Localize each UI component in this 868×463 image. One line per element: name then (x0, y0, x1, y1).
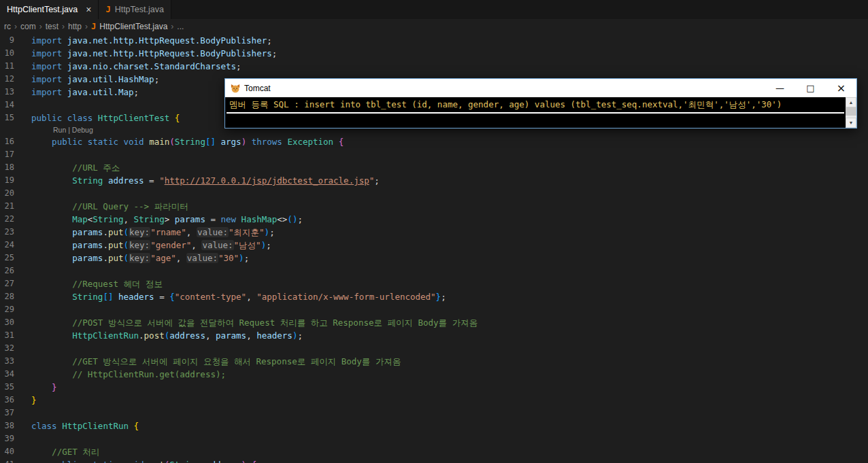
line-number[interactable]: 23 (0, 226, 31, 239)
close-icon[interactable]: × (826, 79, 856, 97)
code-text[interactable]: HttpClientRun.post(address, params, head… (31, 329, 303, 342)
code-line: 29 (0, 303, 868, 316)
breadcrumb-item-test[interactable]: test (46, 22, 59, 31)
code-text[interactable]: public static void get(String address) { (31, 458, 256, 463)
code-line: 30 //POST 방식으로 서버에 값을 전달하여 Request 처리를 하… (0, 316, 868, 329)
line-number[interactable]: 28 (0, 290, 31, 303)
scrollbar-thumb[interactable] (846, 107, 856, 116)
line-number[interactable]: 29 (0, 303, 31, 316)
line-number[interactable]: 34 (0, 368, 31, 381)
code-text[interactable]: //Request 헤더 정보 (31, 277, 163, 290)
tomcat-console-body[interactable]: 멤버 등록 SQL : insert into tbl_test (id, na… (225, 97, 856, 128)
tab-close-icon[interactable]: × (86, 5, 91, 14)
line-number[interactable]: 12 (0, 73, 31, 86)
code-text[interactable]: params.put(key:"age", value:"30"); (31, 252, 249, 264)
tab-httpclienttest-java[interactable]: HttpClientTest.java× (0, 0, 99, 19)
line-number[interactable]: 16 (0, 135, 31, 148)
line-number[interactable]: 37 (0, 407, 31, 419)
line-number[interactable]: 17 (0, 148, 31, 161)
code-text[interactable]: params.put(key:"rname", value:"최지훈"); (31, 226, 275, 239)
code-text[interactable]: Map<String, String> params = new HashMap… (31, 213, 303, 226)
code-text[interactable]: //POST 방식으로 서버에 값을 전달하여 Request 처리를 하고 R… (31, 316, 478, 329)
line-number[interactable]: 38 (0, 419, 31, 432)
code-text[interactable]: //URL 주소 (31, 161, 120, 174)
code-text[interactable]: //GET 처리 (31, 445, 99, 458)
line-number[interactable]: 13 (0, 86, 31, 99)
code-text[interactable]: public static void main(String[] args) t… (31, 135, 344, 148)
code-line: 37 (0, 407, 868, 419)
code-line: 18 //URL 주소 (0, 161, 868, 174)
maximize-icon[interactable]: □ (795, 79, 826, 97)
code-line: 40 //GET 처리 (0, 445, 868, 458)
code-line: 21 //URL Query --> 파라미터 (0, 200, 868, 213)
breadcrumb-item-rc[interactable]: rc (4, 22, 11, 31)
line-number[interactable]: 41 (0, 458, 31, 463)
code-text[interactable]: import java.net.http.HttpRequest.BodyPub… (31, 34, 272, 47)
line-number[interactable]: 35 (0, 381, 31, 394)
code-line: 16 public static void main(String[] args… (0, 135, 868, 148)
code-line: 19 String address = "http://127.0.0.1/js… (0, 174, 868, 187)
code-text[interactable]: // HttpClientRun.get(address); (31, 368, 226, 381)
line-number[interactable]: 14 (0, 99, 31, 112)
code-text[interactable]: } (31, 381, 57, 394)
code-line: 11import java.nio.charset.StandardCharse… (0, 60, 868, 73)
breadcrumb-item-http[interactable]: http (68, 22, 82, 31)
line-number[interactable]: 15 (0, 112, 31, 124)
line-number[interactable]: 30 (0, 316, 31, 329)
tomcat-console-window: Tomcat — □ × 멤버 등록 SQL : insert into tbl… (224, 78, 857, 128)
breadcrumb: rc›com›test›http›JHttpClientTest.java›..… (0, 19, 868, 34)
code-line: 25 params.put(key:"age", value:"30"); (0, 252, 868, 264)
line-number[interactable]: 11 (0, 60, 31, 73)
code-line: 10import java.net.http.HttpRequest.BodyP… (0, 47, 868, 60)
code-text[interactable]: import java.util.Map; (31, 86, 139, 99)
line-number[interactable]: 19 (0, 174, 31, 187)
line-number[interactable]: 33 (0, 355, 31, 368)
line-number[interactable]: 21 (0, 200, 31, 213)
line-number[interactable]: 27 (0, 277, 31, 290)
code-text[interactable]: import java.util.HashMap; (31, 73, 159, 86)
line-number[interactable]: 25 (0, 252, 31, 264)
line-number[interactable]: 24 (0, 239, 31, 252)
line-number[interactable]: 39 (0, 432, 31, 445)
line-number[interactable]: 9 (0, 34, 31, 47)
codelens-run-debug[interactable]: Run | Debug (53, 124, 93, 135)
line-number[interactable]: 32 (0, 342, 31, 355)
code-line: 23 params.put(key:"rname", value:"최지훈"); (0, 226, 868, 239)
line-number[interactable]: 10 (0, 47, 31, 60)
line-number[interactable]: 40 (0, 445, 31, 458)
code-text[interactable]: import java.net.http.HttpRequest.BodyPub… (31, 47, 277, 60)
code-text[interactable]: } (31, 394, 37, 407)
console-scrollbar[interactable]: ▲ ▼ (846, 97, 856, 128)
code-text[interactable]: import java.nio.charset.StandardCharsets… (31, 60, 241, 73)
code-text[interactable]: params.put(key:"gender", value:"남성"); (31, 239, 271, 252)
code-text[interactable]: String[] headers = {"content-type", "app… (31, 290, 446, 303)
console-output[interactable]: 멤버 등록 SQL : insert into tbl_test (id, na… (229, 99, 843, 111)
chevron-right-icon: › (39, 22, 42, 31)
code-text[interactable]: class HttpClientRun { (31, 419, 139, 432)
code-line: 26 (0, 264, 868, 277)
tab-httptest-java[interactable]: JHttpTest.java (99, 0, 171, 19)
gutter-spacer (0, 124, 31, 135)
code-line: 31 HttpClientRun.post(address, params, h… (0, 329, 868, 342)
scroll-down-icon[interactable]: ▼ (846, 118, 856, 128)
java-file-icon: J (91, 22, 96, 31)
breadcrumb-overflow[interactable]: ... (177, 22, 184, 31)
line-number[interactable]: 18 (0, 161, 31, 174)
chevron-right-icon: › (62, 22, 65, 31)
breadcrumb-file[interactable]: HttpClientTest.java (99, 22, 167, 31)
code-text[interactable]: //GET 방식으로 서버에 페이지 요청을 해서 Response로 페이지 … (31, 355, 401, 368)
breadcrumb-item-com[interactable]: com (20, 22, 36, 31)
line-number[interactable]: 22 (0, 213, 31, 226)
code-text[interactable]: String address = "http://127.0.0.1/jsp/j… (31, 174, 380, 187)
code-text[interactable]: public class HttpClientTest { (31, 112, 180, 124)
tomcat-title-bar[interactable]: Tomcat — □ × (225, 79, 856, 97)
code-line: 41 public static void get(String address… (0, 458, 868, 463)
code-text[interactable]: //URL Query --> 파라미터 (31, 200, 188, 213)
scroll-up-icon[interactable]: ▲ (846, 97, 856, 107)
line-number[interactable]: 36 (0, 394, 31, 407)
minimize-icon[interactable]: — (765, 79, 795, 97)
line-number[interactable]: 20 (0, 187, 31, 200)
line-number[interactable]: 26 (0, 264, 31, 277)
line-number[interactable]: 31 (0, 329, 31, 342)
editor-tab-bar: HttpClientTest.java×JHttpTest.java (0, 0, 868, 19)
